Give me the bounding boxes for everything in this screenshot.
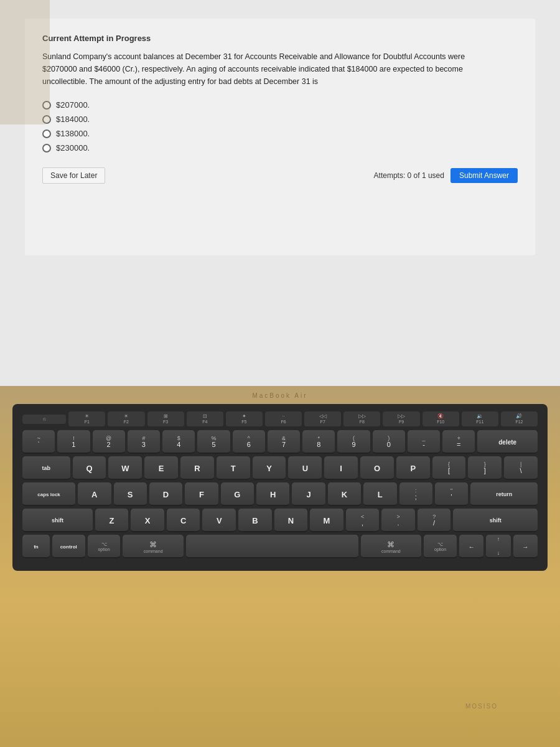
zxcv-row: shift Z X C V B N M <, >. ?/ shift [22,509,538,532]
2-key[interactable]: @2 [93,430,125,454]
qwerty-row: tab Q W E R T Y U I O P {[ }] |\ [22,456,538,480]
f7-key[interactable]: ◁◁F7 [304,411,341,426]
3-key[interactable]: #3 [128,430,160,454]
6-key[interactable]: ^6 [233,430,265,454]
control-key[interactable]: control [52,535,85,558]
f8-key[interactable]: ▷▷F8 [343,411,380,426]
y-key[interactable]: Y [253,456,286,480]
option2-label: $184000. [56,115,90,124]
1-key[interactable]: !1 [57,430,90,454]
c-key[interactable]: C [167,509,200,532]
semicolon-key[interactable]: :; [399,482,432,506]
comma-key[interactable]: <, [346,509,380,532]
f3-key[interactable]: ⊞F3 [147,411,184,426]
right-command-key[interactable]: ⌘ command [361,535,422,558]
rbracket-key[interactable]: }] [468,456,502,480]
up-down-arrow-keys[interactable]: ↑ ↓ [486,535,510,558]
tab-key[interactable]: tab [22,456,70,480]
e-key[interactable]: E [144,456,178,480]
fn-key[interactable]: fn [22,535,50,558]
minus-key[interactable]: _- [408,430,440,454]
t-key[interactable]: T [217,456,250,480]
l-key[interactable]: L [363,482,396,506]
q-key[interactable]: Q [73,456,106,480]
backslash-key[interactable]: |\ [504,456,538,480]
attempts-text: Attempts: 0 of 1 used [374,171,444,180]
spacebar-key[interactable] [186,535,358,558]
f5-key[interactable]: ✦F5 [226,411,263,426]
left-option-key[interactable]: ⌥ option [88,535,121,558]
4-key[interactable]: $4 [162,430,195,454]
p-key[interactable]: P [396,456,430,480]
esc-key[interactable]: ⎋ [22,415,66,424]
f9-key[interactable]: ▷▷F9 [383,411,419,426]
right-arrow-key[interactable]: → [513,535,538,558]
lbracket-key[interactable]: {[ [432,456,466,480]
screen-area: Current Attempt in Progress Sunland Comp… [0,0,560,386]
bottom-key-row: fn control ⌥ option ⌘ command ⌘ command … [22,535,538,558]
list-item[interactable]: $230000. [42,143,518,153]
number-key-row: ~` !1 @2 #3 $4 %5 ^6 &7 *8 (9 )0 _- += d… [22,430,538,454]
f2-key[interactable]: ☀F2 [108,411,144,426]
attempt-header: Current Attempt in Progress [42,34,518,43]
content-box: Current Attempt in Progress Sunland Comp… [25,19,535,255]
right-option-key[interactable]: ⌥ option [424,535,457,558]
laptop-body: MacBook Air ⎋ ☀F1 ☀F2 ⊞F3 ⊡F4 ✦F5 ··F6 ◁… [0,386,560,747]
question-text: Sunland Company's account balances at De… [42,50,490,88]
o-key[interactable]: O [360,456,394,480]
slash-key[interactable]: ?/ [418,509,451,532]
radio-option3[interactable] [42,129,51,138]
i-key[interactable]: I [324,456,358,480]
footer-row: Save for Later Attempts: 0 of 1 used Sub… [42,167,518,184]
n-key[interactable]: N [274,509,308,532]
5-key[interactable]: %5 [197,430,230,454]
right-shift-key[interactable]: shift [453,509,538,532]
submit-button[interactable]: Submit Answer [450,168,518,183]
f1-key[interactable]: ☀F1 [68,411,105,426]
macbook-label: MacBook Air [252,392,307,399]
8-key[interactable]: *8 [302,430,335,454]
backspace-key[interactable]: delete [477,430,538,454]
0-key[interactable]: )0 [373,430,405,454]
f6-key[interactable]: ··F6 [265,411,302,426]
d-key[interactable]: D [149,482,182,506]
v-key[interactable]: V [202,509,236,532]
return-key[interactable]: return [470,482,538,506]
9-key[interactable]: (9 [337,430,370,454]
period-key[interactable]: >. [381,509,415,532]
radio-option4[interactable] [42,144,51,153]
keyboard-container: ⎋ ☀F1 ☀F2 ⊞F3 ⊡F4 ✦F5 ··F6 ◁◁F7 ▷▷F8 ▷▷F… [12,404,548,571]
k-key[interactable]: K [328,482,361,506]
w-key[interactable]: W [108,456,142,480]
f-key[interactable]: F [185,482,218,506]
z-key[interactable]: Z [95,509,129,532]
f4-key[interactable]: ⊡F4 [187,411,223,426]
a-key[interactable]: A [78,482,111,506]
list-item[interactable]: $138000. [42,129,518,138]
left-command-key[interactable]: ⌘ command [123,535,184,558]
b-key[interactable]: B [238,509,272,532]
save-later-button[interactable]: Save for Later [42,167,105,184]
equals-key[interactable]: += [442,430,475,454]
f12-key[interactable]: 🔊F12 [501,411,538,426]
list-item[interactable]: $184000. [42,115,518,124]
list-item[interactable]: $207000. [42,100,518,110]
caps-lock-key[interactable]: caps lock [22,482,75,506]
f10-key[interactable]: 🔇F10 [422,411,459,426]
asdf-row: caps lock A S D F G H J K L :; "' return [22,482,538,506]
x-key[interactable]: X [131,509,164,532]
left-arrow-key[interactable]: ← [459,535,483,558]
j-key[interactable]: J [292,482,325,506]
r-key[interactable]: R [180,456,214,480]
tilde-key[interactable]: ~` [22,430,55,454]
u-key[interactable]: U [288,456,322,480]
m-key[interactable]: M [310,509,343,532]
left-shift-key[interactable]: shift [22,509,93,532]
s-key[interactable]: S [114,482,147,506]
g-key[interactable]: G [221,482,254,506]
7-key[interactable]: &7 [268,430,300,454]
h-key[interactable]: H [256,482,289,506]
mosiso-label: MOSISO [465,703,498,710]
f11-key[interactable]: 🔉F11 [462,411,498,426]
quote-key[interactable]: "' [435,482,468,506]
